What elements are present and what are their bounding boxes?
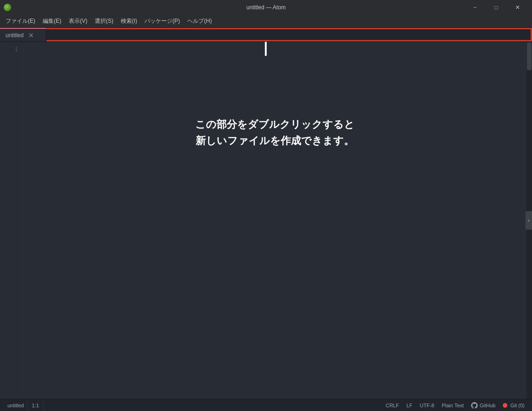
arrow-up-icon bbox=[256, 42, 275, 56]
menu-search[interactable]: 検索(I) bbox=[117, 15, 141, 27]
status-bar: untitled 1:1 CRLF LF UTF-8 Plain Text Gi… bbox=[0, 399, 532, 411]
git-label: Git (0) bbox=[510, 403, 525, 408]
title-bar: untitled — Atom − □ ✕ bbox=[0, 0, 532, 15]
editor-content[interactable]: この部分をダブルクリックすると 新しいファイルを作成できます。 bbox=[23, 42, 526, 399]
minimize-button[interactable]: − bbox=[464, 0, 486, 15]
menu-view[interactable]: 表示(V) bbox=[65, 15, 91, 27]
tab-untitled[interactable]: untitled ✕ bbox=[0, 28, 46, 41]
status-cursor[interactable]: 1:1 bbox=[28, 399, 43, 411]
menu-packages[interactable]: パッケージ(P) bbox=[141, 15, 184, 27]
atom-logo-icon bbox=[4, 4, 11, 11]
annotation-text: この部分をダブルクリックすると 新しいファイルを作成できます。 bbox=[195, 116, 355, 149]
github-logo-icon bbox=[471, 402, 478, 409]
annotation-line1: この部分をダブルクリックすると bbox=[195, 116, 355, 133]
panel-toggle-button[interactable]: › bbox=[525, 211, 532, 230]
tab-close-icon[interactable]: ✕ bbox=[28, 32, 34, 39]
status-lf[interactable]: LF bbox=[403, 399, 416, 411]
menu-help[interactable]: ヘルプ(H) bbox=[184, 15, 216, 27]
status-filename[interactable]: untitled bbox=[4, 399, 28, 411]
window-controls: − □ ✕ bbox=[464, 0, 528, 15]
annotation-overlay: この部分をダブルクリックすると 新しいファイルを作成できます。 bbox=[23, 42, 526, 399]
status-encoding[interactable]: UTF-8 bbox=[416, 399, 438, 411]
window-title: untitled — Atom bbox=[246, 4, 286, 11]
status-git[interactable]: Git (0) bbox=[499, 399, 528, 411]
editor-container: 1 この部分をダブルクリックすると 新しいファイルを作成できます。 bbox=[0, 42, 532, 399]
close-button[interactable]: ✕ bbox=[507, 0, 528, 15]
annotation-line2: 新しいファイルを作成できます。 bbox=[195, 133, 355, 149]
line-number-gutter: 1 bbox=[0, 42, 23, 399]
tab-label: untitled bbox=[6, 32, 24, 39]
status-github[interactable]: GitHub bbox=[467, 399, 499, 411]
github-label: GitHub bbox=[479, 403, 495, 408]
menu-select[interactable]: 選択(S) bbox=[91, 15, 117, 27]
menu-bar: ファイル(E) 編集(E) 表示(V) 選択(S) 検索(I) パッケージ(P)… bbox=[0, 15, 532, 28]
tab-bar: untitled ✕ bbox=[0, 28, 532, 42]
maximize-button[interactable]: □ bbox=[486, 0, 507, 15]
chevron-right-icon: › bbox=[528, 217, 530, 224]
line-number-1: 1 bbox=[0, 45, 18, 54]
menu-file[interactable]: ファイル(E) bbox=[2, 15, 39, 27]
tab-bar-empty-area[interactable] bbox=[46, 28, 532, 41]
status-crlf[interactable]: CRLF bbox=[382, 399, 403, 411]
git-circle-icon bbox=[503, 403, 507, 408]
scrollbar-thumb[interactable] bbox=[527, 42, 532, 70]
status-language[interactable]: Plain Text bbox=[438, 399, 468, 411]
menu-edit[interactable]: 編集(E) bbox=[39, 15, 65, 27]
